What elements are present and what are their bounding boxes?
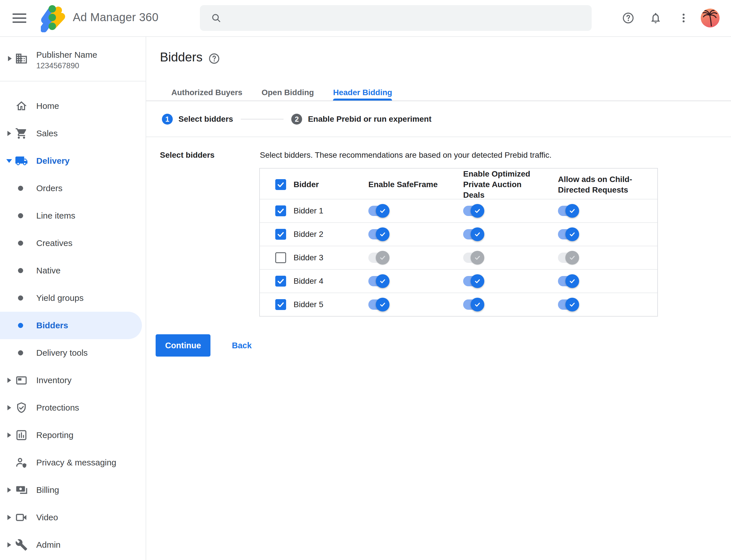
continue-button[interactable]: Continue <box>156 334 211 357</box>
sidebar-item-home[interactable]: Home <box>0 92 146 120</box>
sidebar-item-line-items[interactable]: Line items <box>0 202 146 229</box>
tab-open-bidding[interactable]: Open Bidding <box>262 84 314 101</box>
tab-bar: Authorized Buyers Open Bidding Header Bi… <box>146 84 731 101</box>
row-checkbox[interactable] <box>275 205 286 216</box>
expand-right-icon <box>7 131 11 136</box>
expand-right-icon <box>8 56 12 61</box>
stepper-step[interactable]: 2 Enable Prebid or run experiment <box>291 114 431 125</box>
search-bar[interactable] <box>200 5 592 31</box>
sidebar-item-label: Reporting <box>36 430 73 440</box>
sidebar-item-bidders[interactable]: Bidders <box>0 312 142 339</box>
payments-icon <box>15 483 28 497</box>
bullet-icon <box>18 213 23 218</box>
tab-authorized-buyers[interactable]: Authorized Buyers <box>171 84 243 101</box>
sidebar-item-inventory[interactable]: Inventory <box>0 367 146 394</box>
search-icon <box>211 13 222 23</box>
expand-right-icon <box>7 378 11 383</box>
bullet-icon <box>18 323 23 328</box>
step-number: 2 <box>291 114 302 125</box>
back-button[interactable]: Back <box>232 341 252 350</box>
sidebar-item-label: Native <box>36 266 61 275</box>
child-directed-toggle[interactable] <box>558 276 578 286</box>
avatar[interactable] <box>701 9 720 27</box>
row-checkbox[interactable] <box>275 299 286 310</box>
sidebar-item-yield-groups[interactable]: Yield groups <box>0 284 146 312</box>
child-directed-toggle[interactable] <box>558 253 578 263</box>
safeframe-toggle[interactable] <box>368 299 388 310</box>
shield-check-icon <box>15 401 28 414</box>
sidebar-item-video[interactable]: Video <box>0 504 146 531</box>
top-app-bar: Ad Manager 360 <box>0 0 731 37</box>
bidder-name: Bidder 3 <box>294 253 323 262</box>
ad-manager-logo <box>41 4 67 33</box>
sidebar-item-label: Line items <box>36 211 75 221</box>
menu-icon[interactable] <box>13 11 26 25</box>
tab-header-bidding[interactable]: Header Bidding <box>333 84 392 101</box>
optimized-deals-toggle[interactable] <box>463 206 483 216</box>
help-icon[interactable] <box>621 11 635 25</box>
bar-chart-icon <box>15 429 28 442</box>
bidder-name: Bidder 4 <box>294 277 323 286</box>
sidebar-item-creatives[interactable]: Creatives <box>0 229 146 257</box>
sidebar-item-billing[interactable]: Billing <box>0 476 146 504</box>
safeframe-toggle[interactable] <box>368 229 388 239</box>
sidebar-nav: Home Sales Delivery Orders Line items Cr… <box>0 81 146 560</box>
sidebar-item-protections[interactable]: Protections <box>0 394 146 421</box>
page-help-icon[interactable] <box>208 53 220 66</box>
row-checkbox[interactable] <box>275 252 286 263</box>
table-row: Bidder 3 <box>260 246 657 269</box>
optimized-deals-toggle[interactable] <box>463 253 483 263</box>
sidebar-item-label: Yield groups <box>36 293 84 303</box>
optimized-deals-toggle[interactable] <box>463 276 483 286</box>
sidebar-item-reporting[interactable]: Reporting <box>0 421 146 449</box>
sidebar-item-label: Delivery <box>36 156 70 166</box>
truck-icon <box>15 154 28 167</box>
stepper-step[interactable]: 1 Select bidders <box>162 114 233 125</box>
safeframe-toggle[interactable] <box>368 276 388 286</box>
sidebar-item-label: Inventory <box>36 375 71 385</box>
sidebar-item-label: Sales <box>36 129 58 138</box>
section-description: Select bidders. These recommendations ar… <box>260 151 552 160</box>
sidebar-item-native[interactable]: Native <box>0 257 146 284</box>
safeframe-toggle[interactable] <box>368 206 388 216</box>
table-row: Bidder 4 <box>260 269 657 293</box>
publisher-id: 1234567890 <box>36 61 79 70</box>
sidebar-item-delivery-tools[interactable]: Delivery tools <box>0 339 146 367</box>
bidders-table: Bidder Enable SafeFrame Enable Optimized… <box>259 168 658 317</box>
expand-right-icon <box>7 433 11 438</box>
row-checkbox[interactable] <box>275 276 286 287</box>
bullet-icon <box>18 241 23 246</box>
child-directed-toggle[interactable] <box>558 206 578 216</box>
search-input[interactable] <box>229 9 583 27</box>
sidebar-item-admin[interactable]: Admin <box>0 531 146 559</box>
optimized-deals-toggle[interactable] <box>463 229 483 239</box>
sidebar-item-label: Protections <box>36 403 79 413</box>
sidebar-item-sales[interactable]: Sales <box>0 120 146 147</box>
bullet-icon <box>18 350 23 355</box>
child-directed-toggle[interactable] <box>558 229 578 239</box>
sidebar-item-label: Bidders <box>36 321 68 330</box>
row-checkbox[interactable] <box>275 229 286 240</box>
sidebar-item-orders[interactable]: Orders <box>0 175 146 202</box>
sidebar: Publisher Name 1234567890 Home Sales Del… <box>0 36 146 560</box>
child-directed-toggle[interactable] <box>558 299 578 310</box>
table-row: Bidder 1 <box>260 199 657 222</box>
table-header-row: Bidder Enable SafeFrame Enable Optimized… <box>260 169 657 199</box>
publisher-switcher[interactable]: Publisher Name 1234567890 <box>0 36 146 81</box>
safeframe-toggle[interactable] <box>368 253 388 263</box>
sidebar-item-privacy-messaging[interactable]: Privacy & messaging <box>0 449 146 476</box>
sidebar-item-label: Home <box>36 101 59 111</box>
sidebar-item-label: Privacy & messaging <box>36 458 116 467</box>
notifications-icon[interactable] <box>649 11 662 25</box>
sidebar-item-delivery[interactable]: Delivery <box>0 147 146 175</box>
step-label: Enable Prebid or run experiment <box>308 115 431 124</box>
select-all-checkbox[interactable] <box>275 179 286 190</box>
expand-right-icon <box>7 542 11 547</box>
sidebar-item-label: Video <box>36 513 58 522</box>
column-header-optimized: Enable Optimized Private Auction Deals <box>463 169 558 200</box>
optimized-deals-toggle[interactable] <box>463 299 483 310</box>
inventory-icon <box>15 374 28 387</box>
more-vert-icon[interactable] <box>677 11 690 25</box>
table-row: Bidder 5 <box>260 293 657 316</box>
expand-down-icon <box>6 159 12 163</box>
